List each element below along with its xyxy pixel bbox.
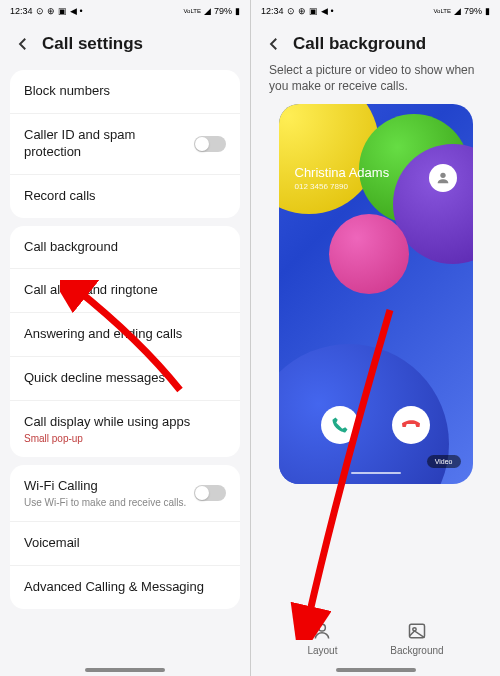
row-answering[interactable]: Answering and ending calls: [10, 313, 240, 357]
notif-icon: ▣: [58, 6, 67, 16]
signal-icon: ◢: [454, 6, 461, 16]
preview-home-bar: [351, 472, 401, 474]
home-indicator[interactable]: [336, 668, 416, 672]
balloon-decoration: [329, 214, 409, 294]
back-icon[interactable]: [14, 35, 32, 53]
header: Call background: [251, 22, 500, 62]
back-icon[interactable]: [265, 35, 283, 53]
row-advanced-calling[interactable]: Advanced Calling & Messaging: [10, 566, 240, 609]
bottom-tabs: Layout Background: [251, 621, 500, 656]
volte-icon: VoLTE: [433, 8, 451, 14]
tab-layout[interactable]: Layout: [307, 621, 337, 656]
row-voicemail[interactable]: Voicemail: [10, 522, 240, 566]
page-title: Call background: [293, 34, 426, 54]
notif-icon: ⊕: [298, 6, 306, 16]
notif-icon: ▣: [309, 6, 318, 16]
tab-background[interactable]: Background: [390, 621, 443, 656]
toggle-caller-id[interactable]: [194, 136, 226, 152]
settings-group: Block numbers Caller ID and spam protect…: [10, 70, 240, 218]
more-icon: •: [331, 6, 334, 16]
row-wifi-calling[interactable]: Wi-Fi Calling Use Wi-Fi to make and rece…: [10, 465, 240, 522]
row-call-alerts[interactable]: Call alerts and ringtone: [10, 269, 240, 313]
settings-group: Call background Call alerts and ringtone…: [10, 226, 240, 457]
row-quick-decline[interactable]: Quick decline messages: [10, 357, 240, 401]
status-bar: 12:34 ⊙ ⊕ ▣ ◀ • VoLTE ◢ 79% ▮: [0, 0, 250, 22]
status-time: 12:34: [10, 6, 33, 16]
row-block-numbers[interactable]: Block numbers: [10, 70, 240, 114]
row-record-calls[interactable]: Record calls: [10, 175, 240, 218]
notif-icon: ⊕: [47, 6, 55, 16]
caller-info: Christina Adams 012 3456 7890: [279, 164, 473, 192]
call-buttons: [279, 406, 473, 444]
svg-point-0: [440, 173, 445, 178]
whatsapp-icon: ⊙: [287, 6, 295, 16]
toggle-wifi-calling[interactable]: [194, 485, 226, 501]
caller-name: Christina Adams: [295, 165, 390, 180]
svg-point-1: [319, 624, 326, 631]
call-preview[interactable]: Christina Adams 012 3456 7890 Video: [279, 104, 473, 484]
person-icon: [312, 621, 332, 641]
header: Call settings: [0, 22, 250, 62]
avatar: [429, 164, 457, 192]
page-subtitle: Select a picture or video to show when y…: [251, 62, 500, 104]
accept-call-button: [321, 406, 359, 444]
signal-icon: ◢: [204, 6, 211, 16]
home-indicator[interactable]: [85, 668, 165, 672]
caller-number: 012 3456 7890: [295, 182, 390, 191]
row-caller-id[interactable]: Caller ID and spam protection: [10, 114, 240, 175]
whatsapp-icon: ⊙: [36, 6, 44, 16]
battery-icon: ▮: [235, 6, 240, 16]
telegram-icon: ◀: [70, 6, 77, 16]
more-icon: •: [80, 6, 83, 16]
battery-icon: ▮: [485, 6, 490, 16]
row-call-display[interactable]: Call display while using apps Small pop-…: [10, 401, 240, 457]
phone-right: 12:34 ⊙ ⊕ ▣ ◀ • VoLTE ◢ 79% ▮ Call backg…: [250, 0, 500, 676]
battery-text: 79%: [464, 6, 482, 16]
video-badge: Video: [427, 455, 461, 468]
volte-icon: VoLTE: [183, 8, 201, 14]
image-icon: [407, 621, 427, 641]
battery-text: 79%: [214, 6, 232, 16]
row-call-background[interactable]: Call background: [10, 226, 240, 270]
status-time: 12:34: [261, 6, 284, 16]
settings-group: Wi-Fi Calling Use Wi-Fi to make and rece…: [10, 465, 240, 609]
page-title: Call settings: [42, 34, 143, 54]
decline-call-button: [392, 406, 430, 444]
phone-left: 12:34 ⊙ ⊕ ▣ ◀ • VoLTE ◢ 79% ▮ Call setti…: [0, 0, 250, 676]
telegram-icon: ◀: [321, 6, 328, 16]
status-bar: 12:34 ⊙ ⊕ ▣ ◀ • VoLTE ◢ 79% ▮: [251, 0, 500, 22]
